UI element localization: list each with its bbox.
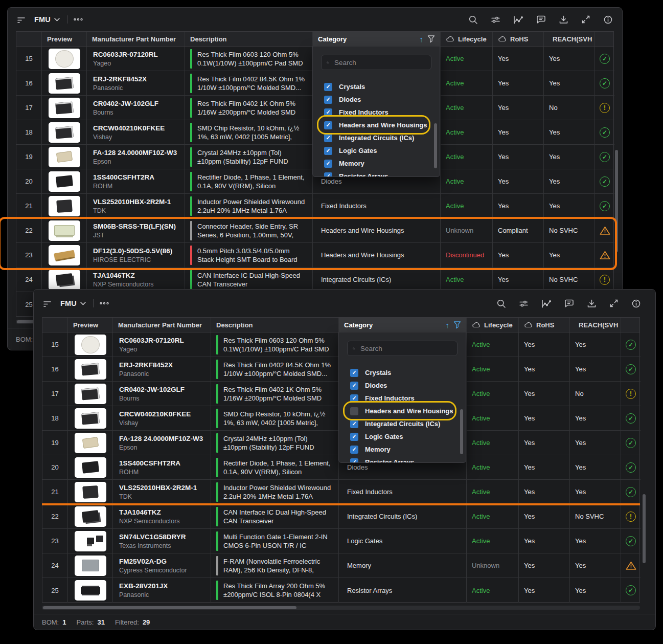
mpn-cell[interactable]: CR0402-JW-102GLFBourns [113,382,211,406]
part-image[interactable] [75,335,106,355]
col-rohs[interactable]: RoHS [519,318,570,332]
mpn-cell[interactable]: CR0402-JW-102GLFBourns [87,96,185,120]
dropdown-search[interactable] [321,55,431,70]
checked-checkbox[interactable]: ✓ [324,83,332,91]
part-image[interactable] [75,531,106,551]
vertical-scrollbar-thumb[interactable] [615,150,618,252]
col-lifecycle[interactable]: Lifecycle [467,318,519,332]
col-preview[interactable]: Preview [42,32,87,46]
checked-checkbox[interactable]: ✓ [324,172,332,177]
part-image[interactable] [49,73,80,94]
part-image[interactable] [49,122,80,143]
mpn-cell[interactable]: CRCW040210K0FKEEVishay [87,120,185,145]
table-row[interactable]: 22SM06B-SRSS-TB(LF)(SN)JSTConnector Head… [16,218,613,243]
mpn-cell[interactable]: SN74LVC1G58DRYRTexas Instruments [113,529,211,553]
search-icon[interactable] [467,14,479,26]
col-category[interactable]: Category ↑ [339,318,467,332]
part-image[interactable] [75,433,106,453]
checked-checkbox[interactable]: ✓ [324,160,332,168]
bom-selector[interactable]: FMU [58,298,88,308]
mpn-cell[interactable]: RC0603JR-07120RLYageo [87,47,185,71]
table-row[interactable]: 21VLS252010HBX-2R2M-1TDKInductor Power S… [42,480,639,504]
expand-icon[interactable] [608,298,620,309]
unchecked-checkbox[interactable] [350,407,358,415]
part-image[interactable] [75,384,106,404]
checked-checkbox[interactable]: ✓ [350,458,358,463]
dropdown-option[interactable]: ✓Resistor Arrays [339,456,466,463]
checked-checkbox[interactable]: ✓ [350,446,358,454]
dropdown-option[interactable]: ✓Fixed Inductors [339,392,466,405]
col-mpn[interactable]: Manufacturer Part Number [113,318,211,332]
filter-funnel-icon[interactable] [453,321,461,329]
mpn-cell[interactable]: VLS252010HBX-2R2M-1TDK [87,194,185,218]
table-row[interactable]: 21VLS252010HBX-2R2M-1TDKInductor Power S… [16,194,613,218]
vertical-scrollbar-thumb[interactable] [643,494,646,563]
part-image[interactable] [75,580,106,601]
mpn-cell[interactable]: DF12(3.0)-50DS-0.5V(86)HIROSE ELECTRIC [87,243,185,268]
dropdown-option[interactable]: ✓Memory [313,157,440,170]
download-icon[interactable] [586,298,598,309]
dropdown-option[interactable]: ✓Diodes [313,93,440,106]
dropdown-option[interactable]: ✓Diodes [339,379,466,392]
part-image[interactable] [49,220,80,241]
filter-settings-icon[interactable] [518,298,530,309]
horizontal-scrollbar[interactable] [42,606,640,610]
comment-icon[interactable] [563,298,575,309]
dropdown-option[interactable]: ✓Memory [339,443,466,456]
checked-checkbox[interactable]: ✓ [324,96,332,104]
mpn-cell[interactable]: ERJ-2RKF8452XPanasonic [87,71,185,96]
table-row[interactable]: 22TJA1046TKZNXP SemiconductorsCAN Interf… [42,504,639,529]
checked-checkbox[interactable]: ✓ [324,121,332,129]
mpn-cell[interactable]: EXB-28V201JXPanasonic [113,578,211,603]
col-reach[interactable]: REACH(SVH [570,318,621,332]
mpn-cell[interactable]: TJA1046TKZNXP Semiconductors [113,504,211,529]
part-image[interactable] [75,359,106,380]
bom-selector[interactable]: FMU [32,14,62,25]
dropdown-option[interactable]: ✓Fixed Inductors [313,106,440,119]
mpn-cell[interactable]: ERJ-2RKF8452XPanasonic [113,357,211,382]
more-menu-button[interactable] [99,300,110,306]
dropdown-option[interactable]: ✓Crystals [339,366,466,379]
part-image[interactable] [49,171,80,192]
mpn-cell[interactable]: RC0603JR-07120RLYageo [113,332,211,357]
part-image[interactable] [49,98,80,118]
mpn-cell[interactable]: 1SS400CSFHT2RAROHM [87,169,185,194]
mpn-cell[interactable]: 1SS400CSFHT2RAROHM [113,455,211,480]
filter-list-icon[interactable] [42,298,53,309]
download-icon[interactable] [558,14,569,26]
more-menu-button[interactable] [73,16,84,23]
dropdown-option[interactable]: ✓Logic Gates [339,430,466,443]
dropdown-option[interactable]: Headers and Wire Housings [339,405,466,417]
mpn-cell[interactable]: SM06B-SRSS-TB(LF)(SN)JST [87,218,185,243]
table-row[interactable]: 23SN74LVC1G58DRYRTexas InstrumentsMulti … [42,529,639,553]
part-image[interactable] [75,506,106,527]
chart-icon[interactable] [540,298,553,309]
part-image[interactable] [49,49,80,69]
part-image[interactable] [49,245,80,265]
checked-checkbox[interactable]: ✓ [324,108,332,117]
part-image[interactable] [75,408,106,429]
mpn-cell[interactable]: TJA1046TKZNXP Semiconductors [87,268,185,292]
checked-checkbox[interactable]: ✓ [324,147,332,155]
part-image[interactable] [75,457,106,478]
part-image[interactable] [49,196,80,216]
dropdown-search[interactable] [347,341,458,356]
filter-funnel-icon[interactable] [427,35,435,43]
part-image[interactable] [49,147,80,167]
filter-settings-icon[interactable] [490,14,501,26]
dropdown-option[interactable]: ✓Crystals [313,80,440,93]
col-category[interactable]: Category ↑ [313,32,441,46]
horizontal-scrollbar-thumb[interactable] [43,606,296,609]
sort-ascending-icon[interactable]: ↑ [446,321,450,329]
mpn-cell[interactable]: FM25V02A-DGCypress Semiconductor [113,553,211,578]
sort-ascending-icon[interactable]: ↑ [420,35,424,43]
dropdown-scrollbar-thumb[interactable] [434,123,437,168]
table-row[interactable]: 24FM25V02A-DGCypress SemiconductorF-RAM … [42,553,639,578]
checked-checkbox[interactable]: ✓ [350,420,358,428]
checked-checkbox[interactable]: ✓ [324,134,332,142]
mpn-cell[interactable]: FA-128 24.0000MF10Z-W3Epson [87,145,185,169]
mpn-cell[interactable]: CRCW040210K0FKEEVishay [113,406,211,431]
dropdown-option[interactable]: ✓Integrated Circuits (ICs) [313,131,440,144]
col-rohs[interactable]: RoHS [493,32,544,46]
info-icon[interactable] [630,298,642,309]
